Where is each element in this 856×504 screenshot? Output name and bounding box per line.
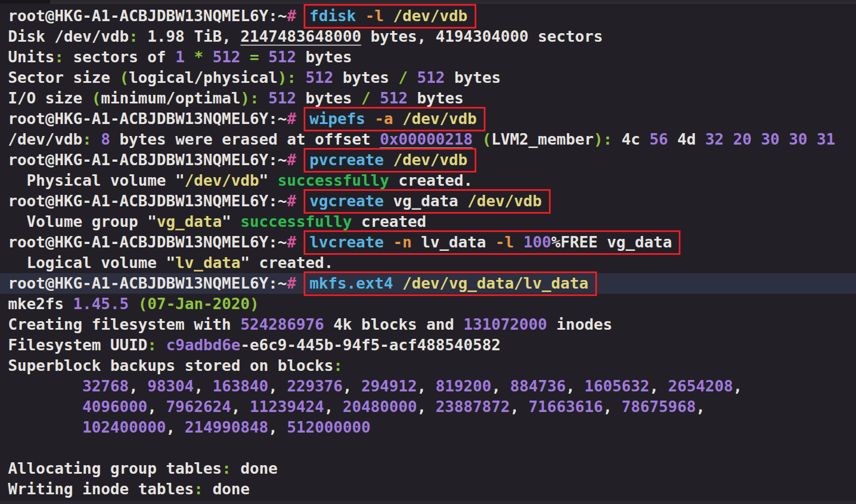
text-segment: bytes, 4194304000 sectors (361, 27, 603, 45)
text-segment: -l (365, 7, 384, 25)
text-segment: " (222, 213, 241, 230)
text-segment: minimum/optimal (101, 89, 241, 107)
text-segment: lv_data (176, 254, 241, 271)
text-segment: , (650, 377, 668, 395)
command-highlight-box: pvcreate /dev/vdb (304, 148, 476, 173)
text-segment: , (324, 398, 343, 415)
text-segment: 512 (213, 48, 241, 66)
text-segment: 11239424 (250, 398, 324, 415)
terminal-command-line: root@HKG-A1-ACBJDBW13NQMEL6Y:~# vgcreate… (8, 191, 848, 211)
text-segment: " (259, 171, 278, 189)
text-segment: bytes (296, 48, 352, 66)
terminal[interactable]: root@HKG-A1-ACBJDBW13NQMEL6Y:~# fdisk -l… (0, 0, 856, 504)
text-segment: 102400000 (82, 418, 166, 436)
prompt-user-host: root@HKG-A1-ACBJDBW13NQMEL6Y:~ (8, 274, 287, 292)
text-segment: : (194, 480, 203, 498)
terminal-output-line: Units: sectors of 1 * 512 = 512 bytes (8, 47, 848, 67)
text-segment: done (231, 459, 277, 477)
terminal-output-line: Physical volume "/dev/vdb" successfully … (8, 170, 848, 191)
text-segment: 512000000 (287, 418, 371, 436)
text-segment: ) (277, 69, 286, 86)
text-segment (514, 233, 523, 251)
text-segment: 512 (305, 69, 333, 86)
text-segment: ( (120, 69, 129, 86)
text-segment: : (603, 130, 612, 148)
text-segment: /dev/vdb (393, 151, 468, 169)
text-segment: 56 (650, 130, 668, 148)
terminal-output-line: 4096000, 7962624, 11239424, 20480000, 23… (8, 397, 848, 417)
text-segment: mke2fs (8, 295, 73, 313)
text-segment (356, 7, 365, 25)
terminal-output-line (8, 438, 848, 458)
text-segment (185, 48, 194, 66)
text-segment (129, 295, 138, 313)
text-segment: Units (8, 48, 54, 66)
text-segment: -e6c9-445b-94f5-acf488540582 (240, 336, 500, 354)
text-segment: fdisk (309, 7, 356, 25)
text-segment: 7962624 (166, 398, 231, 415)
text-segment: I/O size (8, 89, 91, 107)
text-segment: c9adbd6e (166, 336, 240, 354)
terminal-output-line: Sector size (logical/physical): 512 byte… (8, 67, 848, 88)
text-segment (203, 48, 212, 66)
text-segment: ) (240, 89, 249, 107)
text-segment: 100 (523, 233, 551, 251)
text-segment: /dev/vdb (185, 171, 259, 189)
text-segment: inodes (547, 315, 612, 333)
text-segment: 71663616 (528, 398, 603, 415)
terminal-output-line: 32768, 98304, 163840, 229376, 294912, 81… (8, 376, 848, 397)
text-segment: Disk /dev/vdb (8, 27, 129, 45)
text-segment: 78675968 (622, 398, 696, 415)
window-top-edge-left (0, 0, 50, 3)
text-segment (384, 7, 393, 25)
text-segment: , (194, 377, 213, 395)
terminal-output-line: Logical volume "lv_data" created. (8, 253, 848, 273)
text-segment: bytes (445, 69, 501, 86)
text-segment: : (333, 357, 343, 374)
window-top-edge (0, 0, 856, 3)
prompt-symbol: # (287, 274, 296, 292)
text-segment: done (203, 480, 249, 498)
terminal-output: root@HKG-A1-ACBJDBW13NQMEL6Y:~# fdisk -l… (8, 6, 848, 499)
command-highlight-box: lvcreate -n lv_data -l 100%FREE vg_data (304, 230, 680, 255)
text-segment (8, 398, 82, 415)
text-segment (8, 418, 82, 436)
text-segment: , (510, 398, 529, 415)
terminal-output-line: Superblock backups stored on blocks: (8, 355, 848, 376)
text-segment: bytes were erased at offset (110, 130, 380, 148)
text-segment: 163840 (213, 377, 269, 395)
text-segment: 23887872 (436, 398, 510, 415)
text-segment: Sector size (8, 69, 120, 86)
text-segment: , (417, 398, 436, 415)
text-segment: 819200 (436, 377, 492, 395)
prompt-symbol: # (287, 192, 296, 210)
text-segment: Allocating group tables (8, 459, 222, 477)
text-segment: created. (389, 171, 473, 189)
terminal-output-line: Allocating group tables: done (8, 458, 848, 479)
text-segment: /dev/vdb (403, 110, 477, 127)
text-segment: , (733, 377, 742, 395)
text-segment: 884736 (510, 377, 566, 395)
text-segment: pvcreate (309, 151, 384, 169)
text-segment: , (603, 398, 622, 415)
prompt-symbol: # (287, 7, 296, 25)
prompt-user-host: root@HKG-A1-ACBJDBW13NQMEL6Y:~ (8, 110, 287, 127)
text-segment: : (287, 69, 296, 86)
text-segment: : (82, 130, 91, 148)
text-segment: , (148, 398, 166, 415)
text-segment: 98304 (148, 377, 194, 395)
text-segment: Writing inode tables (8, 480, 194, 498)
terminal-command-line: root@HKG-A1-ACBJDBW13NQMEL6Y:~# mkfs.ext… (0, 273, 856, 294)
text-segment: : (148, 336, 157, 354)
terminal-output-line: /dev/vdb: 8 bytes were erased at offset … (8, 129, 848, 150)
prompt-symbol: # (287, 151, 296, 169)
text-segment: /dev/vdb (8, 130, 82, 148)
text-segment: ( (91, 89, 101, 107)
text-segment: , (129, 377, 148, 395)
text-segment: %FREE vg_data (551, 233, 672, 251)
text-segment: 229376 (287, 377, 343, 395)
text-segment: = (250, 48, 259, 66)
text-segment: : (54, 48, 63, 66)
terminal-output-line: Writing inode tables: done (8, 479, 848, 499)
text-segment: successfully (240, 213, 352, 230)
